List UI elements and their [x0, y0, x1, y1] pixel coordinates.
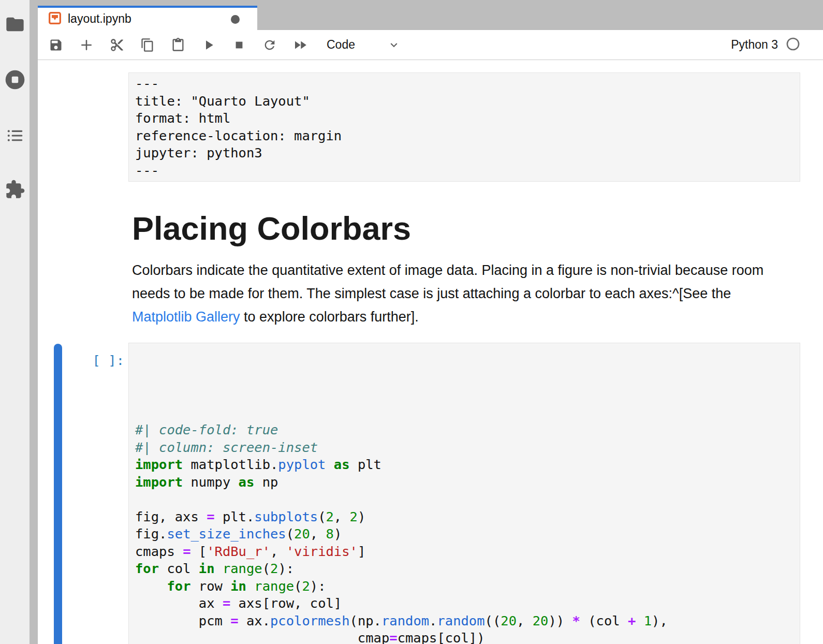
left-sidebar [0, 0, 30, 644]
code-cell-editor[interactable]: [ ]: #| code-fold: true#| column: screen… [128, 343, 800, 644]
code-line: #| code-fold: true [135, 421, 793, 439]
raw-line: format: html [135, 110, 793, 127]
table-of-contents-icon[interactable] [0, 126, 30, 145]
jupyterlab-window: layout.ipynb Code [0, 0, 823, 644]
code-line: fig.set_size_inches(20, 8) [135, 525, 793, 543]
raw-line: jupyter: python3 [135, 144, 793, 162]
raw-line: --- [135, 75, 793, 93]
code-line: cmaps = ['RdBu_r', 'viridis'] [135, 543, 793, 561]
unsaved-changes-dot[interactable] [231, 15, 240, 24]
run-cell-button[interactable] [197, 34, 220, 56]
code-line: cmap=cmaps[col]) [135, 630, 793, 644]
interrupt-kernel-button[interactable] [228, 34, 251, 56]
raw-line: --- [135, 162, 793, 180]
cell-type-value: Code [327, 38, 355, 52]
tab-title: layout.ipynb [68, 12, 131, 26]
code-lines: #| code-fold: true#| column: screen-inse… [135, 421, 793, 644]
code-line: import matplotlib.pyplot as plt [135, 456, 793, 474]
insert-cell-button[interactable] [75, 34, 98, 56]
chevron-down-icon [387, 38, 401, 52]
tab-layout-ipynb[interactable]: layout.ipynb [38, 6, 257, 30]
cell-execution-prompt: [ ]: [93, 352, 124, 370]
paste-cells-button[interactable] [167, 34, 189, 56]
running-kernels-icon[interactable] [0, 68, 30, 91]
notebook-toolbar: Code Python 3 [38, 30, 823, 60]
code-line: #| column: screen-inset [135, 439, 793, 457]
active-cell-bar[interactable] [54, 344, 62, 644]
matplotlib-gallery-link[interactable]: Matplotlib Gallery [132, 309, 240, 325]
notebook-panel: ---title: "Quarto Layout"format: htmlref… [38, 61, 823, 644]
raw-line: title: "Quarto Layout" [135, 93, 793, 110]
kernel-status-icon [786, 37, 800, 53]
raw-cell-yaml-frontmatter[interactable]: ---title: "Quarto Layout"format: htmlref… [128, 72, 800, 182]
code-line [135, 491, 793, 508]
sidebar-divider [30, 0, 38, 644]
kernel-name: Python 3 [731, 38, 778, 52]
notebook-file-icon [49, 12, 61, 26]
file-browser-icon[interactable] [0, 14, 30, 35]
code-line: pcm = ax.pcolormesh(np.random.random((20… [135, 612, 793, 630]
raw-line: reference-location: margin [135, 127, 793, 145]
save-button[interactable] [45, 34, 67, 56]
restart-run-all-button[interactable] [289, 34, 312, 56]
cell-type-dropdown[interactable]: Code [327, 38, 401, 52]
kernel-indicator[interactable]: Python 3 [731, 37, 823, 53]
restart-kernel-button[interactable] [258, 34, 281, 56]
cut-cells-button[interactable] [106, 34, 128, 56]
code-line: for col in range(2): [135, 560, 793, 578]
code-line: ax = axs[row, col] [135, 595, 793, 612]
extensions-icon[interactable] [0, 179, 30, 200]
markdown-paragraph: Colorbars indicate the quantitative exte… [132, 259, 789, 329]
code-line: import numpy as np [135, 474, 793, 491]
markdown-heading: Placing Colorbars [132, 210, 411, 247]
copy-cells-button[interactable] [136, 34, 159, 56]
code-line: for row in range(2): [135, 578, 793, 595]
code-line: fig, axs = plt.subplots(2, 2) [135, 508, 793, 526]
